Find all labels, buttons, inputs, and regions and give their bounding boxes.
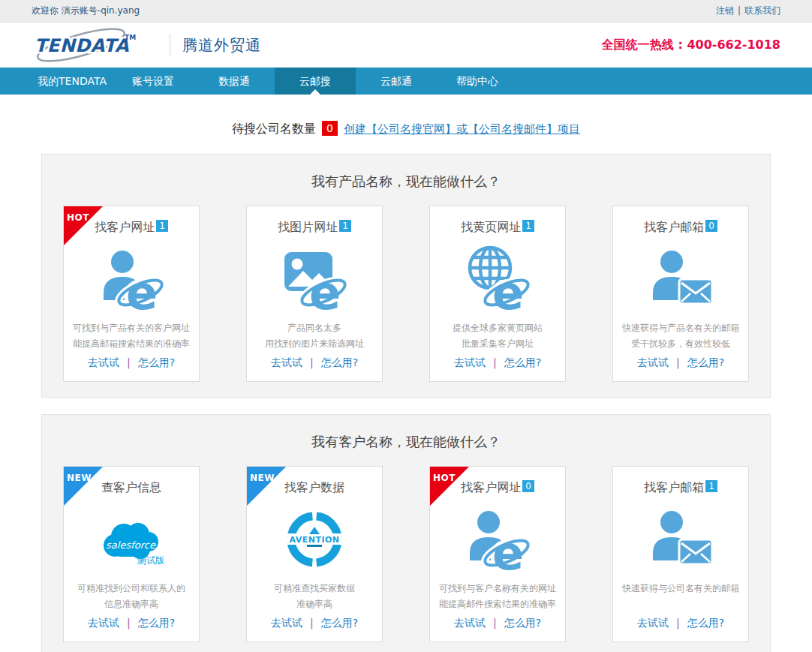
pending-count-badge: 0 xyxy=(322,121,338,136)
count-badge: 1 xyxy=(522,220,534,232)
how-link[interactable]: 怎么用? xyxy=(504,356,541,368)
card-description: 产品同名太多 用找到的图片来筛选网址 xyxy=(247,320,382,353)
card-title: 找客户网址 xyxy=(95,220,155,236)
avention-wordmark: AVENTION xyxy=(289,535,339,545)
try-link[interactable]: 去试试 xyxy=(637,617,669,629)
nav-item-data-hub[interactable]: 数据通 xyxy=(194,68,275,95)
card-find-customer-data: NEW 找客户数据 AVENTION xyxy=(246,466,383,642)
link-divider: | xyxy=(310,617,314,629)
try-link[interactable]: 去试试 xyxy=(454,356,486,368)
hot-ribbon: HOT xyxy=(64,206,103,245)
card-check-customer-info: NEW 查客户信息 salesforce 测试版 可精准找到公司和联系人的 xyxy=(63,466,200,642)
card-actions: 去试试|怎么用? xyxy=(88,617,175,630)
how-link[interactable]: 怎么用? xyxy=(138,356,175,368)
section-product-name: 我有产品名称，现在能做什么？ HOT 找客户网址1 可找到与产品有关的客户网址 … xyxy=(41,154,771,398)
topbar-divider: | xyxy=(738,5,741,16)
card-actions: 去试试|怎么用? xyxy=(271,617,358,630)
hotline: 全国统一热线 : 400-662-1018 xyxy=(602,38,780,53)
nav-item-account-settings[interactable]: 账号设置 xyxy=(113,68,194,95)
new-ribbon: NEW xyxy=(247,467,286,506)
trial-label: 测试版 xyxy=(137,555,164,566)
contact-link[interactable]: 联系我们 xyxy=(744,5,780,16)
header: TENDATA TM 腾道外贸通 全国统一热线 : 400-662-1018 xyxy=(0,23,812,68)
person-browser-icon xyxy=(94,238,169,320)
ribbon-label: NEW xyxy=(250,473,275,483)
card-description: 可精准找到公司和联系人的 信息准确率高 xyxy=(64,581,199,614)
how-link[interactable]: 怎么用? xyxy=(687,356,724,368)
card-title: 找客户邮箱 xyxy=(644,480,704,496)
avention-icon: AVENTION xyxy=(277,498,352,581)
card-description: 可找到与客户名称有关的网址 能提高邮件搜索结果的准确率 xyxy=(430,581,565,614)
how-link[interactable]: 怎么用? xyxy=(138,617,175,629)
count-badge: 0 xyxy=(705,220,717,232)
logo-divider xyxy=(170,34,170,56)
link-divider: | xyxy=(676,356,680,368)
card-find-customer-urls-2: HOT 找客户网址0 可找到与客户名称有关的网址 能提高邮件搜索结果的准确率 去… xyxy=(429,466,566,642)
link-divider: | xyxy=(676,617,680,629)
link-divider: | xyxy=(493,617,497,629)
card-description: 快速获得与产品名有关的邮箱 受干扰较多，有效性较低 xyxy=(613,320,748,353)
ribbon-label: NEW xyxy=(67,473,92,483)
card-description: 提供全球多家黄页网站 批量采集客户网址 xyxy=(430,320,565,353)
card-actions: 去试试|怎么用? xyxy=(454,617,541,630)
try-link[interactable]: 去试试 xyxy=(88,356,119,368)
card-row: NEW 查客户信息 salesforce 测试版 可精准找到公司和联系人的 xyxy=(63,466,749,642)
ribbon-label: HOT xyxy=(433,473,456,483)
section-title: 我有产品名称，现在能做什么？ xyxy=(63,173,749,191)
count-badge: 1 xyxy=(705,480,717,492)
how-link[interactable]: 怎么用? xyxy=(504,617,541,629)
topbar: 欢迎你 演示账号-qin.yang 注销|联系我们 xyxy=(0,0,812,23)
count-badge: 1 xyxy=(156,220,168,232)
person-mail-icon xyxy=(643,498,718,581)
status-row: 待搜公司名数量0创建【公司名搜官网】或【公司名搜邮件】项目 xyxy=(0,121,812,137)
count-badge: 0 xyxy=(522,480,534,492)
nav-item-cloud-mail[interactable]: 云邮通 xyxy=(356,68,437,95)
try-link[interactable]: 去试试 xyxy=(454,617,486,629)
count-badge: 1 xyxy=(339,220,351,232)
topbar-links: 注销|联系我们 xyxy=(716,5,780,17)
card-description: 可精准查找买家数据 准确率高 xyxy=(247,581,382,614)
try-link[interactable]: 去试试 xyxy=(637,356,669,368)
globe-browser-icon xyxy=(460,238,535,320)
link-divider: | xyxy=(310,356,314,368)
section-customer-name: 我有客户名称，现在能做什么？ NEW 查客户信息 salesforce 测试版 xyxy=(41,414,771,652)
card-actions: 去试试|怎么用? xyxy=(637,356,724,370)
how-link[interactable]: 怎么用? xyxy=(321,356,358,368)
logo-wordmark: TENDATA xyxy=(35,35,129,56)
nav-item-cloud-mail-search[interactable]: 云邮搜 xyxy=(275,68,356,95)
card-title: 找客户邮箱 xyxy=(644,220,704,236)
tendata-logo: TENDATA TM xyxy=(32,28,158,62)
product-name: 腾道外贸通 xyxy=(182,35,261,56)
card-title: 找客户数据 xyxy=(284,480,344,496)
try-link[interactable]: 去试试 xyxy=(271,356,302,368)
ribbon-label: HOT xyxy=(67,212,89,223)
nav-item-help-center[interactable]: 帮助中心 xyxy=(437,68,518,95)
image-browser-icon xyxy=(277,238,352,320)
logout-link[interactable]: 注销 xyxy=(716,5,734,16)
card-actions: 去试试|怎么用? xyxy=(637,617,724,630)
main-nav: 我的TENDATA 账号设置 数据通 云邮搜 云邮通 帮助中心 xyxy=(0,68,812,95)
hotline-label: 全国统一热线 : xyxy=(602,38,687,52)
salesforce-icon: salesforce 测试版 xyxy=(94,498,169,581)
card-description: 可找到与产品有关的客户网址 能提高邮箱搜索结果的准确率 xyxy=(64,320,199,353)
card-find-customer-emails: 找客户邮箱0 快速获得与产品名有关的邮箱 受干扰较多，有效性较低 去试试|怎么用… xyxy=(612,206,749,382)
card-title: 找黄页网址 xyxy=(461,220,521,236)
hot-ribbon: HOT xyxy=(430,467,469,506)
card-find-image-urls: 找图片网址1 产品同名太多 用找到的图片来筛选网址 去试试|怎么用? xyxy=(246,206,383,382)
create-project-link[interactable]: 创建【公司名搜官网】或【公司名搜邮件】项目 xyxy=(344,122,580,136)
try-link[interactable]: 去试试 xyxy=(88,617,119,629)
welcome-text: 欢迎你 演示账号-qin.yang xyxy=(32,5,140,17)
hotline-number: 400-662-1018 xyxy=(687,38,780,52)
card-find-customer-urls: HOT 找客户网址1 可找到与产品有关的客户网址 能提高邮箱搜索结果的准确率 去… xyxy=(63,206,200,382)
how-link[interactable]: 怎么用? xyxy=(687,617,724,629)
try-link[interactable]: 去试试 xyxy=(271,617,302,629)
card-description: 快速获得与公司名有关的邮箱 xyxy=(613,581,748,614)
card-actions: 去试试|怎么用? xyxy=(454,356,541,370)
card-title: 查客户信息 xyxy=(101,480,161,496)
person-mail-icon xyxy=(643,238,718,320)
link-divider: | xyxy=(127,356,131,368)
nav-item-my-tendata[interactable]: 我的TENDATA xyxy=(32,68,113,95)
how-link[interactable]: 怎么用? xyxy=(321,617,358,629)
link-divider: | xyxy=(127,617,131,629)
card-title: 找客户网址 xyxy=(461,480,521,496)
